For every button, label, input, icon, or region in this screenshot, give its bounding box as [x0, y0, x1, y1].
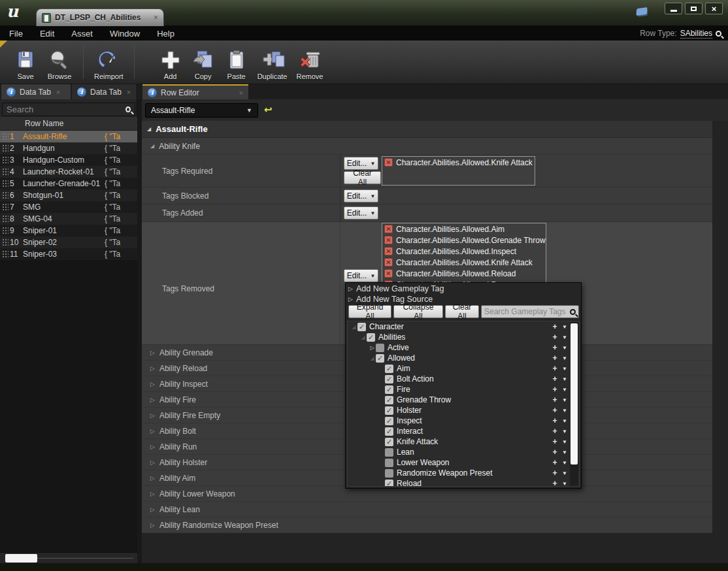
tag-tree-row[interactable]: Holster + ▼	[348, 405, 579, 416]
table-row[interactable]: 6 Shotgun-01 { "Ta	[0, 189, 137, 201]
add-subtag-icon[interactable]: +	[550, 395, 559, 404]
reimport-button[interactable]: Reimport	[90, 44, 128, 80]
tag-checkbox[interactable]	[385, 480, 393, 487]
tag-search-input[interactable]	[482, 307, 570, 316]
edit-tags-blocked-button[interactable]: Edit... ▼	[344, 189, 378, 203]
menu-help[interactable]: Help	[148, 29, 183, 39]
rows-table-header[interactable]: Row Name	[0, 117, 137, 131]
remove-tag-icon[interactable]: ✕	[384, 247, 393, 255]
tag-tree-row[interactable]: Grenade Throw + ▼	[348, 395, 579, 405]
drag-handle-icon[interactable]	[2, 180, 8, 188]
browse-button[interactable]: Browse	[42, 44, 77, 80]
add-subtag-icon[interactable]: +	[550, 322, 559, 331]
collapse-all-button[interactable]: Collapse All	[393, 305, 443, 318]
drag-handle-icon[interactable]	[2, 144, 8, 152]
row-type-link[interactable]: SAbilities	[680, 29, 712, 39]
table-row[interactable]: 11 Sniper-03 { "Ta	[0, 248, 137, 260]
section-ability-lean[interactable]: ▷ Ability Lean	[142, 502, 712, 517]
tab-data-tab-1[interactable]: i Data Tab ×	[1, 84, 71, 99]
tab-close-icon[interactable]: ×	[239, 89, 243, 97]
tag-checkbox[interactable]	[385, 469, 393, 478]
add-subtag-icon[interactable]: +	[550, 437, 559, 446]
table-row[interactable]: 10 Sniper-02 { "Ta	[0, 237, 137, 248]
tag-options-icon[interactable]: ▼	[559, 481, 570, 487]
edit-tags-required-button[interactable]: Edit... ▼	[344, 157, 378, 170]
tag-tree-row[interactable]: ◢ Character + ▼	[348, 321, 579, 332]
add-new-gameplay-tag[interactable]: ▷ Add New Gameplay Tag	[346, 284, 581, 293]
edit-tags-removed-button[interactable]: Edit... ▼	[344, 269, 378, 282]
add-subtag-icon[interactable]: +	[550, 458, 559, 467]
tag-tree-row[interactable]: Aim + ▼	[348, 363, 579, 374]
tag-checkbox[interactable]	[367, 333, 375, 342]
tag-tree-row[interactable]: Fire + ▼	[348, 384, 579, 395]
close-button[interactable]: ×	[705, 3, 723, 14]
add-subtag-icon[interactable]: +	[550, 406, 559, 415]
menu-edit[interactable]: Edit	[31, 29, 63, 39]
remove-tag-icon[interactable]: ✕	[384, 258, 393, 267]
tab-data-tab-2[interactable]: i Data Tab ×	[72, 84, 136, 99]
table-row[interactable]: 2 Handgun { "Ta	[0, 142, 137, 154]
tag-checkbox[interactable]	[385, 438, 393, 446]
tag-options-icon[interactable]: ▼	[559, 418, 570, 424]
add-subtag-icon[interactable]: +	[550, 353, 559, 363]
tag-options-icon[interactable]: ▼	[559, 460, 570, 466]
tag-tree-row[interactable]: Lower Weapon + ▼	[348, 457, 579, 468]
tab-close-icon[interactable]: ×	[154, 14, 158, 21]
tag-options-icon[interactable]: ▼	[559, 397, 570, 403]
row-type-search-icon[interactable]	[716, 31, 721, 37]
tag-options-icon[interactable]: ▼	[559, 387, 570, 393]
add-subtag-icon[interactable]: +	[550, 427, 559, 436]
tag-checkbox[interactable]	[385, 385, 393, 394]
tag-checkbox[interactable]	[385, 448, 393, 457]
tag-tree-row[interactable]: Knife Attack + ▼	[348, 436, 579, 447]
scrollbar-thumb[interactable]	[5, 554, 37, 563]
tag-checkbox[interactable]	[385, 427, 393, 436]
tag-checkbox[interactable]	[385, 365, 393, 373]
tag-checkbox[interactable]	[385, 459, 393, 467]
tag-tree-row[interactable]: Inspect + ▼	[348, 416, 579, 426]
add-subtag-icon[interactable]: +	[550, 468, 559, 478]
tag-options-icon[interactable]: ▼	[559, 334, 570, 340]
section-ability-knife[interactable]: ◢ Ability Knife	[142, 138, 712, 155]
drag-handle-icon[interactable]	[2, 133, 8, 140]
tag-tree-row[interactable]: Randomize Weapon Preset + ▼	[348, 468, 579, 478]
remove-tag-icon[interactable]: ✕	[384, 236, 393, 244]
add-subtag-icon[interactable]: +	[550, 385, 559, 394]
tag-tree-row[interactable]: Bolt Action + ▼	[348, 374, 579, 384]
maximize-button[interactable]	[685, 3, 703, 14]
expand-all-button[interactable]: Expand All	[348, 305, 391, 318]
tag-options-icon[interactable]: ▼	[559, 439, 570, 445]
save-button[interactable]: Save	[9, 44, 42, 80]
table-row[interactable]: 3 Handgun-Custom { "Ta	[0, 154, 137, 166]
drag-handle-icon[interactable]	[2, 191, 8, 199]
table-row[interactable]: 4 Launcher-Rocket-01 { "Ta	[0, 166, 137, 178]
tag-options-icon[interactable]: ▼	[559, 345, 570, 351]
tag-tree-row[interactable]: ▷ Active + ▼	[348, 342, 579, 353]
add-button[interactable]: Add	[155, 44, 186, 80]
duplicate-button[interactable]: Duplicate	[253, 44, 292, 80]
tag-options-icon[interactable]: ▼	[559, 355, 570, 361]
add-subtag-icon[interactable]: +	[550, 479, 559, 487]
drag-handle-icon[interactable]	[2, 215, 8, 223]
tag-checkbox[interactable]	[357, 323, 366, 331]
expander-icon[interactable]: ◢	[369, 355, 376, 361]
remove-button[interactable]: Remove	[291, 44, 327, 80]
row-search-input[interactable]	[3, 105, 125, 114]
table-row[interactable]: 8 SMG-04 { "Ta	[0, 213, 137, 225]
copy-button[interactable]: Copy	[186, 44, 220, 80]
expander-icon[interactable]: ◢	[359, 334, 367, 340]
minimize-button[interactable]	[665, 3, 682, 14]
expander-icon[interactable]: ▷	[369, 345, 376, 351]
tab-close-icon[interactable]: ×	[127, 88, 131, 96]
tag-checkbox[interactable]	[376, 354, 384, 363]
drag-handle-icon[interactable]	[2, 238, 8, 246]
tag-options-icon[interactable]: ▼	[559, 366, 570, 372]
add-subtag-icon[interactable]: +	[550, 333, 559, 342]
tag-checkbox[interactable]	[385, 417, 393, 425]
remove-tag-icon[interactable]: ✕	[384, 225, 393, 233]
add-subtag-icon[interactable]: +	[550, 416, 559, 425]
table-row[interactable]: 5 Launcher-Grenade-01 { "Ta	[0, 178, 137, 189]
tag-tree-row[interactable]: ◢ Allowed + ▼	[348, 353, 579, 363]
tag-checkbox[interactable]	[385, 406, 393, 415]
paste-button[interactable]: Paste	[220, 44, 253, 80]
